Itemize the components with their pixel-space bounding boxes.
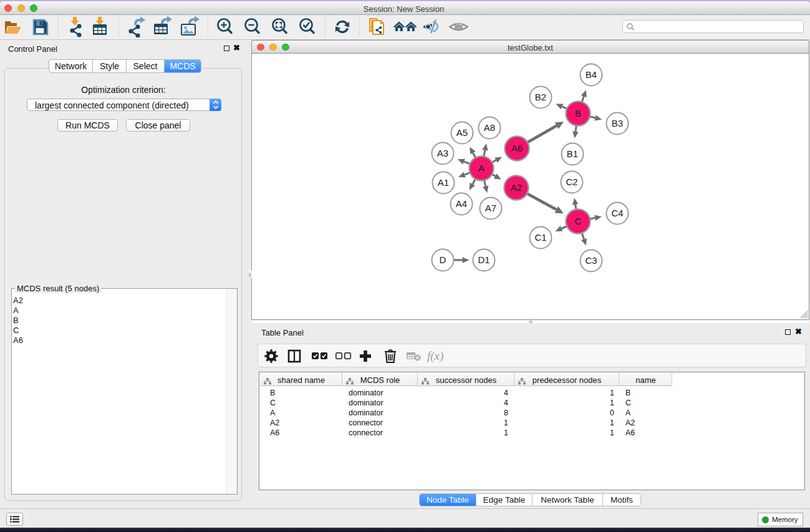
svg-text:A4: A4	[456, 198, 467, 209]
svg-text:B4: B4	[586, 69, 597, 80]
svg-text:A8: A8	[484, 122, 495, 133]
svg-text:A2: A2	[511, 182, 522, 193]
svg-text:A7: A7	[485, 203, 496, 213]
svg-text:A3: A3	[437, 148, 448, 158]
svg-text:C1: C1	[534, 232, 546, 243]
svg-text:B: B	[575, 108, 581, 118]
svg-text:D: D	[440, 254, 446, 265]
svg-text:B2: B2	[535, 92, 546, 102]
svg-text:D1: D1	[478, 254, 489, 265]
svg-text:A5: A5	[456, 127, 468, 138]
svg-text:C3: C3	[585, 255, 597, 266]
svg-text:C4: C4	[611, 208, 623, 218]
svg-text:B1: B1	[567, 148, 578, 159]
svg-text:A: A	[478, 163, 485, 173]
svg-text:A6: A6	[511, 143, 523, 153]
svg-text:C2: C2	[566, 177, 577, 187]
svg-text:C: C	[575, 216, 582, 226]
svg-text:B3: B3	[612, 118, 623, 128]
svg-text:A1: A1	[438, 177, 449, 188]
